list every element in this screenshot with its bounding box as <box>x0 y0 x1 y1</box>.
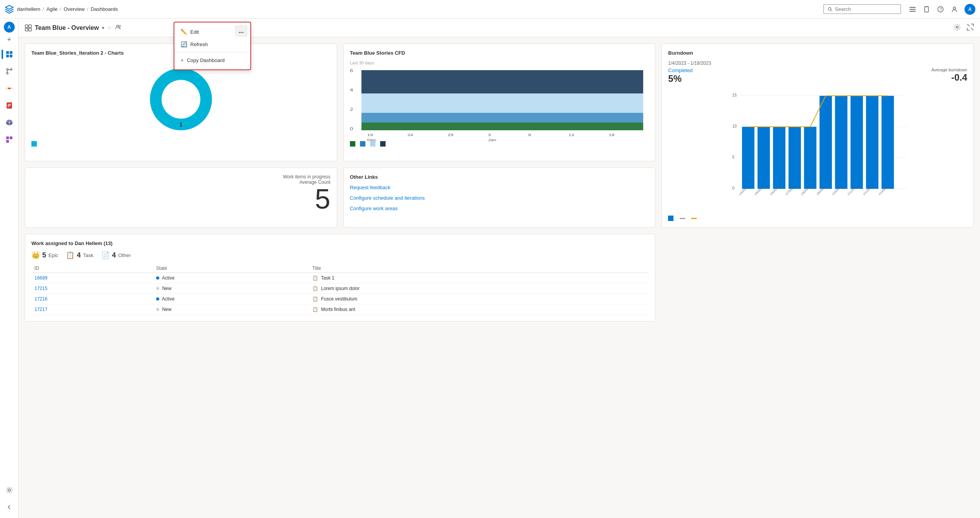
svg-rect-2 <box>909 7 916 8</box>
work-items-count: 5 <box>31 185 331 213</box>
state-indicator <box>156 287 159 290</box>
sidebar-item-repos[interactable] <box>2 64 17 79</box>
row-state: Active <box>153 294 309 304</box>
other-links-list: Request feedbackConfigure schedule and i… <box>350 185 649 211</box>
burndown-legend-ideal <box>680 218 685 219</box>
svg-text:Dec: Dec <box>367 138 376 142</box>
task-icon: 📋 <box>66 251 74 259</box>
work-items-sub: Average Count <box>31 180 331 185</box>
svg-text:24: 24 <box>407 133 413 136</box>
sidebar-item-boards[interactable] <box>2 47 17 62</box>
svg-text:15: 15 <box>732 93 737 97</box>
task-label: Task <box>83 252 93 258</box>
sidebar-avatar[interactable]: A <box>4 22 15 33</box>
cfd-title: Team Blue Stories CFD <box>350 50 405 56</box>
breadcrumb-page[interactable]: Dashboards <box>91 6 118 12</box>
user-avatar[interactable]: A <box>964 4 975 15</box>
other-link-item[interactable]: Configure schedule and iterations <box>350 195 649 201</box>
dashboard-chevron-icon[interactable]: ▾ <box>102 25 104 31</box>
row-id[interactable]: 17217 <box>31 304 153 315</box>
svg-rect-12 <box>10 51 12 54</box>
toolbar-dropdown: ✏️ Edit 🔄 Refresh ... + Copy Dashboard <box>174 22 251 70</box>
cfd-chart: 6 4 2 0 19 24 <box>350 68 649 138</box>
donut-svg: 1 <box>142 60 220 138</box>
sidebar-add-button[interactable]: + <box>4 34 15 45</box>
top-nav: danhellem / Agile / Overview / Dashboard… <box>0 0 980 19</box>
breadcrumb-section[interactable]: Overview <box>64 6 84 12</box>
dashboard-grid: Team Blue_Stories_Iteration 2 - Charts 1… <box>19 37 980 328</box>
search-box[interactable] <box>823 4 901 14</box>
cfd-card: Team Blue Stories CFD Last 30 days 6 4 2… <box>343 43 656 161</box>
burndown-legend-remaining <box>668 216 673 221</box>
svg-text:29: 29 <box>448 133 453 136</box>
svg-rect-33 <box>25 28 28 31</box>
app-logo[interactable] <box>5 5 14 14</box>
user-icon[interactable] <box>951 5 958 13</box>
svg-rect-32 <box>29 25 31 28</box>
dashboard-star-icon[interactable]: ☆ <box>107 25 112 31</box>
clipboard-icon[interactable] <box>923 5 930 13</box>
col-id: ID <box>31 264 153 273</box>
search-input[interactable] <box>835 6 897 12</box>
other-link-item[interactable]: Configure work areas <box>350 205 649 211</box>
task-badge: 📋 4 Task <box>66 251 93 259</box>
svg-rect-13 <box>6 55 9 57</box>
copy-dashboard-button[interactable]: + Copy Dashboard <box>174 54 250 66</box>
row-state: Active <box>153 273 309 283</box>
other-count: 4 <box>112 251 116 259</box>
sidebar-item-collapse[interactable] <box>2 499 17 515</box>
breadcrumb-project[interactable]: Agile <box>47 6 58 12</box>
row-title: 📋 Fusce vestibulum <box>309 294 649 304</box>
svg-line-1 <box>831 10 832 11</box>
breadcrumb-org[interactable]: danhellem <box>17 6 40 12</box>
svg-rect-27 <box>6 136 9 139</box>
cfd-svg: 6 4 2 0 19 24 <box>350 68 649 146</box>
state-indicator <box>156 297 159 300</box>
row-id[interactable]: 16689 <box>31 273 153 283</box>
task-badge-icon: 📋 <box>312 275 318 281</box>
burndown-stats: Completed 5% Average burndown -0.4 <box>668 67 967 84</box>
sidebar-item-settings[interactable] <box>2 482 17 498</box>
sidebar-item-artifacts[interactable] <box>2 115 17 130</box>
table-row: 17215 New 📋 Lorem ipsum dolor <box>31 283 649 294</box>
svg-text:4: 4 <box>350 88 353 92</box>
svg-rect-67 <box>758 127 770 189</box>
sidebar-item-testplans[interactable] <box>2 98 17 113</box>
dashboard-title-area: Team Blue - Overview ▾ ☆ <box>25 24 121 31</box>
sidebar-item-extensions[interactable] <box>2 132 17 147</box>
task-count: 4 <box>77 251 81 259</box>
list-icon[interactable] <box>909 5 916 13</box>
refresh-button[interactable]: 🔄 Refresh <box>174 38 250 50</box>
dashboard-expand-icon[interactable] <box>967 24 974 32</box>
svg-rect-66 <box>742 127 754 189</box>
sidebar-bottom <box>2 482 17 515</box>
help-icon[interactable]: ? <box>937 5 944 13</box>
cfd-subtitle: Last 30 days <box>350 60 649 65</box>
svg-point-16 <box>7 73 8 74</box>
more-button[interactable]: ... <box>235 26 247 36</box>
testplans-icon <box>5 102 13 109</box>
col-state: State <box>153 264 309 273</box>
refresh-icon: 🔄 <box>181 41 187 47</box>
row-id[interactable]: 17215 <box>31 283 153 294</box>
donut-legend <box>31 141 331 147</box>
other-links-card: Other Links Request feedbackConfigure sc… <box>343 167 656 228</box>
burndown-completed-label: Completed <box>668 67 692 73</box>
dashboard-team-icon[interactable] <box>115 24 121 31</box>
col-title: Title <box>309 264 649 273</box>
burndown-title: Burndown <box>668 50 967 56</box>
burndown-date: 1/4/2023 - 1/18/2023 <box>668 60 967 66</box>
other-link-item[interactable]: Request feedback <box>350 185 649 190</box>
svg-text:0: 0 <box>350 127 353 131</box>
svg-text:5: 5 <box>732 155 735 159</box>
burndown-card: Burndown 1/4/2023 - 1/18/2023 Completed … <box>661 43 974 228</box>
dashboard-settings-icon[interactable] <box>954 24 961 32</box>
svg-rect-68 <box>773 127 785 189</box>
svg-point-22 <box>10 88 12 89</box>
svg-text:2: 2 <box>350 107 353 112</box>
boards-icon <box>5 50 13 58</box>
row-id[interactable]: 17216 <box>31 294 153 304</box>
table-row: 17217 New 📋 Morbi finibus ant <box>31 304 649 315</box>
sidebar-item-pipelines[interactable] <box>2 81 17 96</box>
svg-rect-73 <box>851 96 863 189</box>
